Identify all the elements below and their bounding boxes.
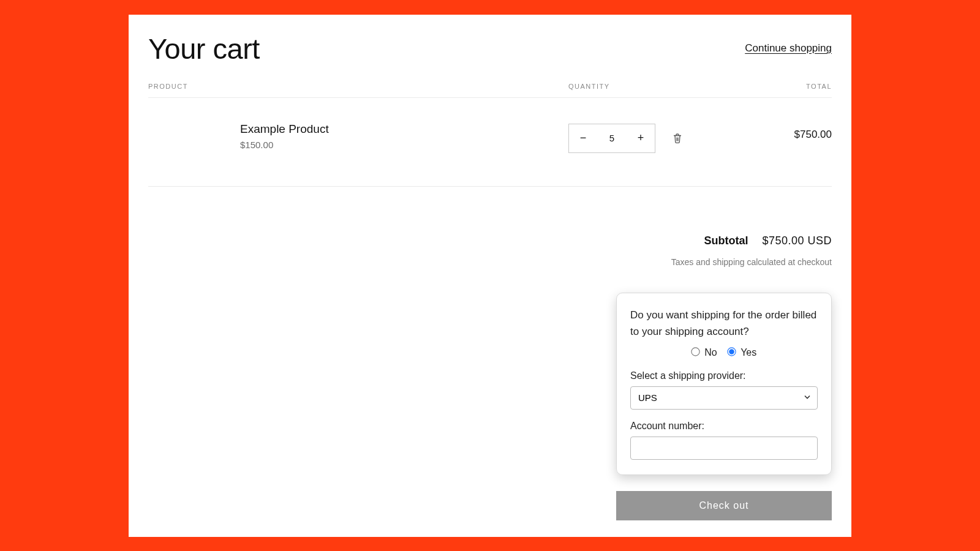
trash-icon xyxy=(673,133,682,144)
quantity-stepper: − 5 + xyxy=(568,124,655,153)
product-thumbnail-spacer xyxy=(148,122,240,123)
shipping-option-yes[interactable]: Yes xyxy=(728,347,756,358)
subtotal-value: $750.00 USD xyxy=(762,234,832,247)
account-number-input[interactable] xyxy=(630,437,818,460)
cart-summary: Subtotal $750.00 USD Taxes and shipping … xyxy=(148,234,832,267)
shipping-question: Do you want shipping for the order bille… xyxy=(630,307,818,340)
shipping-radio-group: No Yes xyxy=(630,347,818,358)
shipping-radio-no[interactable] xyxy=(691,347,699,356)
shipping-no-label: No xyxy=(704,347,717,358)
minus-icon: − xyxy=(580,132,587,144)
quantity-increase-button[interactable]: + xyxy=(627,124,655,152)
product-info: Example Product $150.00 xyxy=(240,122,329,150)
page-title: Your cart xyxy=(148,32,260,66)
plus-icon: + xyxy=(638,132,644,144)
cart-line-item: Example Product $150.00 − 5 + $750 xyxy=(148,98,832,187)
remove-item-button[interactable] xyxy=(673,133,682,144)
quantity-decrease-button[interactable]: − xyxy=(569,124,597,152)
quantity-value[interactable]: 5 xyxy=(597,133,627,143)
product-cell: Example Product $150.00 xyxy=(148,122,568,150)
cart-column-headers: Product Quantity Total xyxy=(148,83,832,98)
checkout-button[interactable]: Check out xyxy=(616,491,832,520)
subtotal-row: Subtotal $750.00 USD xyxy=(148,234,832,247)
product-name: Example Product xyxy=(240,122,329,136)
account-number-label: Account number: xyxy=(630,421,818,432)
col-quantity: Quantity xyxy=(568,83,764,90)
cart-page: Your cart Continue shopping Product Quan… xyxy=(129,15,851,537)
provider-label: Select a shipping provider: xyxy=(630,370,818,381)
col-product: Product xyxy=(148,83,568,90)
tax-shipping-note: Taxes and shipping calculated at checkou… xyxy=(148,257,832,267)
line-total: $750.00 xyxy=(764,122,832,141)
shipping-provider-select[interactable]: UPS xyxy=(630,386,818,410)
shipping-yes-label: Yes xyxy=(741,347,756,358)
shipping-account-card: Do you want shipping for the order bille… xyxy=(616,293,832,475)
shipping-radio-yes[interactable] xyxy=(727,347,736,356)
product-unit-price: $150.00 xyxy=(240,140,329,150)
quantity-cell: − 5 + xyxy=(568,122,764,153)
shipping-option-no[interactable]: No xyxy=(692,347,720,358)
cart-header: Your cart Continue shopping xyxy=(148,32,832,66)
provider-select-wrap: UPS xyxy=(630,386,818,410)
col-total: Total xyxy=(764,83,832,90)
continue-shopping-link[interactable]: Continue shopping xyxy=(745,42,832,54)
subtotal-label: Subtotal xyxy=(704,234,748,247)
